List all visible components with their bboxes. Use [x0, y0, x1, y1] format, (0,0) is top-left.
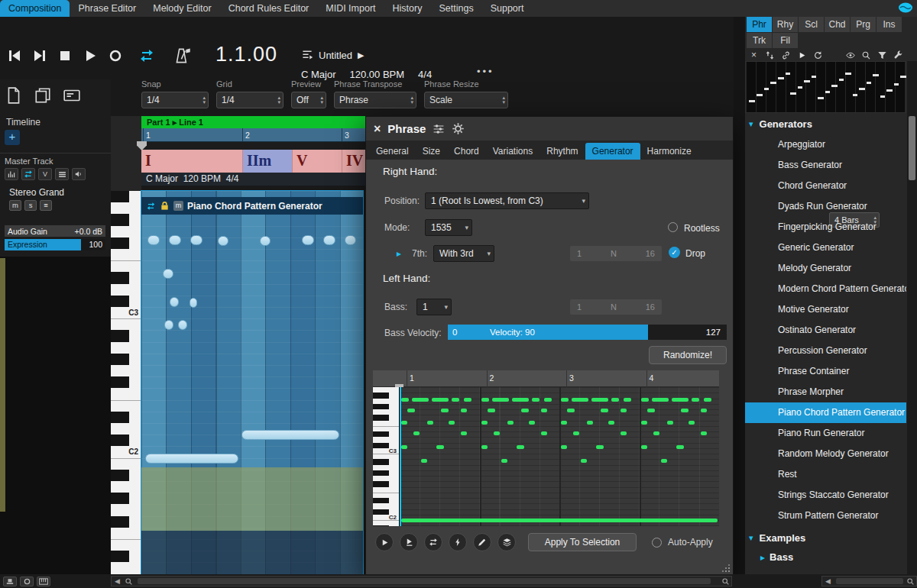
record-button[interactable]	[105, 46, 125, 66]
note[interactable]	[641, 445, 647, 449]
zoom-icon[interactable]	[125, 577, 133, 586]
list-icon[interactable]	[55, 168, 69, 180]
bass-dropdown[interactable]: 1	[416, 299, 452, 315]
drop-checkbox[interactable]: ✓	[669, 247, 680, 258]
play-button[interactable]	[80, 46, 100, 66]
black-key[interactable]	[111, 470, 129, 481]
preview-roll[interactable]	[400, 387, 719, 526]
scroll-left-icon[interactable]: ◀	[115, 577, 120, 585]
black-key[interactable]	[111, 330, 129, 341]
generator-item-dyads-run-generator[interactable]: Dyads Run Generator	[745, 196, 906, 217]
note[interactable]	[621, 431, 627, 435]
song-menu-icon[interactable]	[301, 49, 313, 61]
note[interactable]	[544, 398, 552, 402]
note[interactable]	[461, 431, 467, 435]
note[interactable]	[529, 421, 535, 425]
black-key[interactable]	[373, 443, 389, 448]
main-piano-keys[interactable]: C3C2	[111, 191, 141, 574]
black-key[interactable]	[111, 516, 129, 528]
note[interactable]	[427, 421, 433, 425]
black-key[interactable]	[111, 191, 129, 202]
sidebar-tab-rhy[interactable]: Rhy	[773, 17, 798, 32]
note[interactable]	[421, 459, 427, 463]
loop-icon[interactable]	[21, 168, 35, 180]
generator-item-modern-chord-pattern-generator[interactable]: Modern Chord Pattern Generator	[745, 279, 906, 299]
generator-item-rest[interactable]: Rest	[745, 464, 906, 485]
note[interactable]	[407, 409, 415, 412]
sidebar-subtab-fil[interactable]: Fil	[773, 33, 798, 48]
note[interactable]	[573, 431, 579, 435]
example-item-bass[interactable]: ▸Bass	[745, 547, 906, 567]
save-composition-button[interactable]	[63, 86, 83, 105]
dialog-tab-general[interactable]: General	[369, 143, 416, 160]
grid-dropdown[interactable]: 1/4▴▾	[216, 92, 284, 108]
note[interactable]	[218, 236, 228, 246]
note[interactable]	[701, 409, 707, 412]
black-key[interactable]	[373, 431, 389, 437]
song-title[interactable]: Untitled	[319, 50, 352, 61]
randomize-button[interactable]: Randomize!	[649, 346, 727, 364]
note[interactable]	[449, 421, 455, 425]
expression-slider[interactable]: Expression 100	[5, 239, 105, 250]
generator-item-motive-generator[interactable]: Motive Generator	[745, 299, 906, 320]
examples-header[interactable]: ▾ Examples	[745, 528, 906, 547]
black-key[interactable]	[111, 493, 129, 504]
sidebar-vscrollbar[interactable]	[907, 61, 917, 574]
black-key[interactable]	[373, 525, 389, 526]
rootless-radio[interactable]	[668, 222, 678, 232]
generator-item-piano-chord-pattern-generator[interactable]: Piano Chord Pattern Generator	[745, 402, 906, 423]
black-key[interactable]	[373, 509, 389, 515]
black-key[interactable]	[373, 459, 389, 464]
note[interactable]	[521, 409, 529, 412]
note[interactable]	[241, 430, 339, 440]
note[interactable]	[512, 398, 529, 402]
note[interactable]	[701, 431, 707, 435]
note[interactable]	[492, 398, 509, 402]
menu-item-settings[interactable]: Settings	[430, 0, 481, 17]
note[interactable]	[567, 409, 575, 412]
skip-start-button[interactable]	[5, 46, 24, 66]
note[interactable]	[596, 445, 604, 449]
black-key[interactable]	[111, 237, 129, 249]
phrase-resize-dropdown[interactable]: Scale▴▾	[424, 92, 508, 108]
note[interactable]	[163, 269, 173, 279]
loop-icon[interactable]	[146, 202, 156, 211]
dialog-tab-chord[interactable]: Chord	[447, 143, 486, 160]
sort-updown-icon[interactable]	[763, 49, 776, 61]
velocity-bars-icon[interactable]	[5, 168, 18, 180]
generator-item-percussion-generator[interactable]: Percussion Generator	[745, 341, 906, 361]
note[interactable]	[345, 235, 356, 245]
zoom-icon[interactable]	[721, 577, 730, 586]
generator-item-piano-run-generator[interactable]: Piano Run Generator	[745, 423, 906, 444]
generator-item-generic-generator[interactable]: Generic Generator	[745, 237, 906, 258]
preview-piano-keys[interactable]: C3C2	[373, 387, 400, 526]
note[interactable]	[481, 398, 489, 402]
close-icon[interactable]: ×	[747, 49, 760, 61]
black-key[interactable]	[373, 404, 389, 409]
note[interactable]	[672, 398, 689, 402]
chord-cell-i[interactable]: I	[141, 150, 243, 173]
note[interactable]	[436, 445, 444, 449]
scroll-thumb[interactable]	[138, 578, 711, 584]
eye-icon[interactable]	[844, 49, 857, 61]
note[interactable]	[587, 421, 593, 425]
preview-ruler[interactable]: 1234	[373, 370, 719, 387]
dialog-tab-size[interactable]: Size	[416, 143, 447, 160]
note[interactable]	[494, 431, 500, 435]
generators-header[interactable]: ▾ Generators 4 Bars ▴▾	[745, 115, 906, 133]
note[interactable]	[692, 398, 699, 402]
menu-item-phrase-editor[interactable]: Phrase Editor	[70, 0, 144, 17]
note[interactable]	[302, 235, 314, 245]
generator-item-phrase-morpher[interactable]: Phrase Morpher	[745, 382, 906, 402]
black-key[interactable]	[373, 481, 389, 486]
close-icon[interactable]: ×	[374, 122, 381, 136]
black-key[interactable]	[373, 415, 389, 420]
sidebar-tab-ins[interactable]: Ins	[876, 17, 902, 32]
generator-item-random-melody-generator[interactable]: Random Melody Generator	[745, 444, 906, 464]
generator-item-bass-generator[interactable]: Bass Generator	[745, 155, 906, 176]
note[interactable]	[621, 409, 627, 412]
note[interactable]	[164, 320, 173, 330]
add-timeline-button[interactable]: +	[5, 130, 20, 145]
note[interactable]	[323, 235, 335, 245]
wrench-icon[interactable]	[892, 49, 905, 61]
